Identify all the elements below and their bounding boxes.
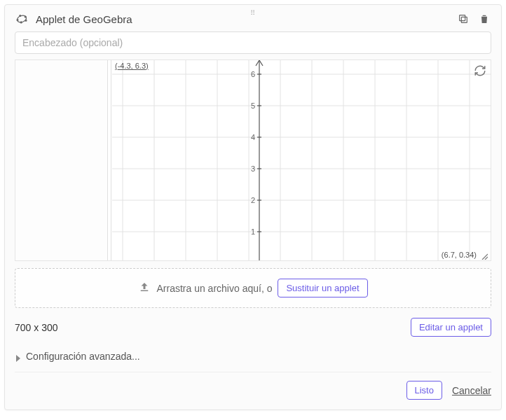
applet-dialog: ⠿ Applet de GeoGebra — [4, 4, 502, 410]
coord-top-left: (-4.3, 6.3) — [115, 62, 149, 70]
resize-handle-icon[interactable] — [481, 251, 488, 258]
chevron-right-icon — [15, 353, 22, 360]
svg-point-5 — [20, 22, 22, 23]
y-tick-4: 4 — [251, 133, 255, 141]
svg-point-1 — [17, 20, 18, 21]
geogebra-icon — [15, 12, 29, 26]
y-tick-3: 3 — [251, 164, 255, 173]
svg-rect-7 — [460, 15, 465, 21]
upload-dropzone[interactable]: Arrastra un archivo aquí, o Sustituir un… — [15, 268, 491, 308]
done-button[interactable]: Listo — [406, 381, 442, 400]
delete-icon[interactable] — [477, 12, 491, 26]
upload-text: Arrastra un archivo aquí, o — [156, 283, 272, 294]
algebra-panel[interactable] — [15, 60, 108, 260]
copy-icon[interactable] — [456, 12, 470, 26]
applet-preview[interactable]: 6 5 4 3 2 1 (-4.3, 6.3) (6.7, 0.34) — [15, 59, 491, 261]
svg-point-3 — [25, 16, 26, 18]
advanced-config-toggle[interactable]: Configuración avanzada... — [15, 348, 491, 372]
edit-applet-button[interactable]: Editar un applet — [411, 318, 491, 337]
svg-line-28 — [259, 60, 263, 66]
svg-rect-6 — [461, 17, 467, 22]
svg-point-2 — [20, 15, 21, 17]
coord-bottom-right: (6.7, 0.34) — [442, 251, 477, 259]
cancel-link[interactable]: Cancelar — [452, 385, 491, 396]
grid-lines — [112, 60, 491, 260]
y-axis — [256, 60, 263, 260]
svg-line-27 — [256, 60, 259, 66]
heading-input[interactable] — [15, 31, 491, 54]
refresh-icon[interactable] — [474, 64, 486, 77]
y-tick-5: 5 — [251, 102, 255, 110]
y-tick-6: 6 — [251, 70, 255, 78]
y-tick-2: 2 — [251, 196, 255, 204]
replace-applet-button[interactable]: Sustituir un applet — [278, 279, 367, 298]
y-tick-1: 1 — [251, 227, 255, 236]
advanced-config-label: Configuración avanzada... — [26, 351, 140, 362]
dimensions-label: 700 x 300 — [15, 322, 58, 333]
svg-point-4 — [25, 20, 27, 21]
graph-canvas[interactable]: 6 5 4 3 2 1 (-4.3, 6.3) (6.7, 0.34) — [112, 60, 491, 260]
upload-icon — [138, 281, 151, 295]
dialog-title: Applet de GeoGebra — [36, 13, 132, 25]
grip-icon[interactable]: ⠿ — [250, 9, 257, 17]
svg-line-35 — [482, 254, 488, 260]
dialog-footer: Listo Cancelar — [15, 381, 491, 400]
svg-line-36 — [485, 257, 488, 260]
